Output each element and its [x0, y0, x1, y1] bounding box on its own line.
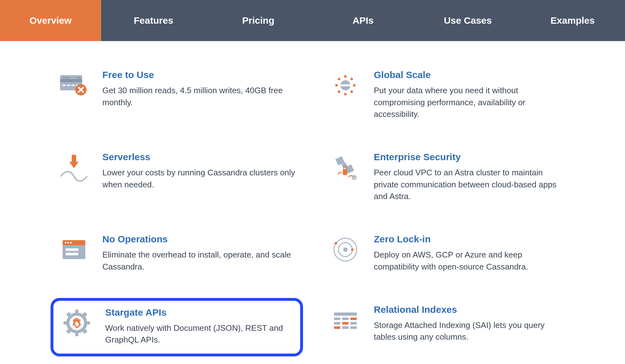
svg-point-30 [68, 242, 69, 244]
feature-title: Zero Lock-in [374, 234, 567, 245]
svg-point-17 [338, 78, 340, 80]
feature-title: No Operations [102, 234, 295, 245]
orbit-icon [330, 234, 361, 265]
svg-point-37 [351, 248, 354, 251]
feature-desc: Deploy on AWS, GCP or Azure and keep com… [374, 249, 567, 273]
stargate-gear-icon [61, 307, 93, 339]
svg-rect-1 [60, 79, 82, 82]
svg-point-36 [343, 247, 348, 252]
svg-rect-48 [334, 312, 357, 316]
svg-rect-4 [68, 77, 70, 78]
svg-rect-51 [350, 318, 357, 320]
tab-apis[interactable]: APIs [311, 0, 416, 41]
security-satellite-icon [330, 152, 361, 183]
svg-rect-55 [334, 326, 340, 329]
svg-rect-57 [350, 326, 357, 329]
svg-point-18 [350, 78, 353, 80]
svg-point-15 [335, 84, 338, 87]
nav-tabs: Overview Features Pricing APIs Use Cases… [0, 0, 625, 41]
svg-rect-12 [339, 84, 352, 86]
tab-features[interactable]: Features [101, 0, 206, 41]
tab-examples[interactable]: Examples [520, 0, 625, 41]
feature-desc: Get 30 million reads, 4.5 million writes… [102, 85, 295, 108]
svg-point-39 [68, 314, 86, 332]
feature-title: Serverless [102, 152, 295, 162]
svg-rect-56 [342, 326, 349, 329]
svg-rect-7 [67, 85, 70, 86]
svg-rect-54 [350, 322, 357, 325]
feature-desc: Put your data where you need it without … [374, 85, 567, 120]
svg-rect-2 [63, 77, 64, 78]
svg-rect-52 [334, 322, 340, 325]
svg-point-16 [353, 84, 355, 87]
tab-overview[interactable]: Overview [0, 0, 101, 41]
indexes-icon [330, 304, 361, 336]
svg-rect-49 [334, 318, 340, 320]
svg-rect-43 [86, 321, 90, 325]
svg-point-31 [70, 242, 72, 244]
global-scale-icon [330, 70, 361, 101]
feature-free-to-use: Free to Use Get 30 million reads, 4.5 mi… [51, 63, 303, 128]
svg-rect-24 [343, 169, 347, 175]
svg-rect-33 [66, 253, 78, 255]
feature-zero-lock-in: Zero Lock-in Deploy on AWS, GCP or Azure… [322, 228, 574, 280]
svg-rect-40 [75, 310, 78, 314]
svg-rect-53 [342, 322, 349, 325]
svg-rect-6 [63, 85, 66, 86]
feature-enterprise-security: Enterprise Security Peer cloud VPC to an… [322, 145, 574, 210]
svg-rect-41 [75, 332, 78, 336]
svg-point-38 [335, 242, 337, 245]
feature-relational-indexes: Relational Indexes Storage Attached Inde… [322, 298, 574, 356]
svg-point-19 [338, 90, 340, 93]
feature-global-scale: Global Scale Put your data where you nee… [322, 63, 574, 128]
svg-point-29 [65, 242, 67, 244]
svg-point-20 [350, 90, 353, 93]
svg-point-13 [344, 75, 347, 78]
svg-rect-3 [65, 77, 67, 78]
feature-title: Free to Use [102, 70, 295, 80]
svg-rect-5 [77, 77, 80, 78]
feature-desc: Peer cloud VPC to an Astra cluster to ma… [374, 167, 567, 203]
feature-grid: Free to Use Get 30 million reads, 4.5 mi… [51, 63, 574, 356]
svg-rect-32 [66, 248, 78, 251]
ops-window-icon [58, 234, 90, 265]
feature-title: Stargate APIs [105, 307, 293, 318]
svg-point-14 [344, 93, 347, 95]
tab-pricing[interactable]: Pricing [206, 0, 311, 41]
feature-desc: Eliminate the overhead to install, opera… [102, 249, 295, 273]
feature-title: Relational Indexes [374, 304, 567, 315]
feature-desc: Lower your costs by running Cassandra cl… [102, 167, 295, 191]
feature-desc: Storage Attached Indexing (SAI) lets you… [374, 319, 567, 343]
feature-serverless: Serverless Lower your costs by running C… [51, 145, 303, 210]
svg-rect-8 [71, 85, 75, 86]
feature-title: Global Scale [374, 70, 567, 80]
feature-desc: Work natively with Document (JSON), REST… [105, 322, 293, 346]
svg-rect-50 [342, 318, 349, 320]
feature-no-operations: No Operations Eliminate the overhead to … [51, 228, 303, 280]
feature-title: Enterprise Security [374, 152, 567, 162]
tab-use-cases[interactable]: Use Cases [416, 0, 520, 41]
svg-rect-42 [64, 321, 68, 325]
credit-card-x-icon [58, 70, 90, 101]
serverless-arrow-icon [58, 152, 90, 183]
feature-stargate-apis: Stargate APIs Work natively with Documen… [51, 298, 303, 356]
